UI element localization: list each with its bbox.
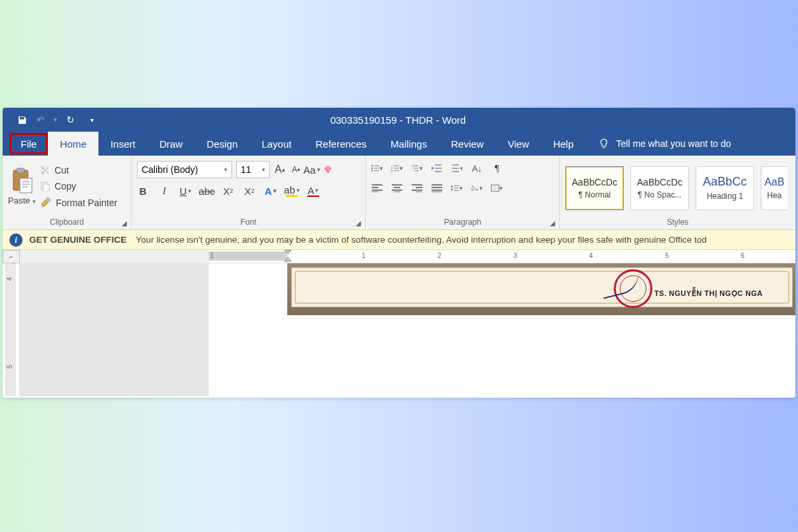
clipboard-paste-icon	[11, 168, 33, 194]
titlebar: ↶ ▾ ↻ ▾ 030335190159 - THDR - Word	[3, 108, 795, 132]
undo-icon[interactable]: ↶	[37, 114, 45, 125]
grow-font-icon[interactable]: A▴	[274, 164, 286, 176]
sort-icon[interactable]: A↓	[471, 162, 483, 174]
font-group-label: Font	[137, 215, 360, 229]
horizontal-ruler[interactable]: 1 1 2 3 4 5 6	[209, 250, 795, 263]
indent-markers-icon[interactable]	[284, 249, 292, 263]
style-heading-1[interactable]: AaBbCc Heading 1	[696, 166, 754, 210]
group-paragraph: ▾ 123▾ ▾ A↓ ¶ ▾ ▾ ▾ Para	[366, 156, 560, 229]
svg-text:3: 3	[391, 170, 393, 173]
save-icon[interactable]	[17, 115, 27, 125]
align-right-icon[interactable]	[411, 182, 423, 194]
vertical-ruler[interactable]: 4 5	[3, 263, 20, 396]
justify-icon[interactable]	[431, 182, 443, 194]
group-clipboard: Paste ▾ Cut Copy Format Painter	[3, 156, 132, 229]
paste-button[interactable]: Paste ▾	[8, 168, 36, 205]
shading-icon[interactable]: ▾	[471, 182, 483, 194]
font-size-combo[interactable]: 11▾	[236, 161, 270, 178]
underline-icon[interactable]: U▾	[180, 185, 192, 197]
embedded-image[interactable]: TS. NGUYỄN THỊ NGỌC NGA	[287, 263, 795, 315]
tell-me-search[interactable]: Tell me what you want to do	[598, 132, 732, 156]
tab-references[interactable]: References	[303, 132, 378, 156]
clipboard-dialog-launcher-icon[interactable]: ◢	[122, 219, 127, 227]
tab-home[interactable]: Home	[48, 132, 98, 156]
svg-rect-6	[43, 184, 49, 192]
format-painter-button[interactable]: Format Painter	[40, 197, 118, 209]
tab-mailings[interactable]: Mailings	[378, 132, 439, 156]
tab-layout[interactable]: Layout	[249, 132, 303, 156]
tab-review[interactable]: Review	[439, 132, 495, 156]
paragraph-group-label: Paragraph	[371, 215, 554, 229]
svg-point-8	[372, 168, 373, 169]
multilevel-list-icon[interactable]: ▾	[411, 162, 423, 174]
group-font: Calibri (Body)▾ 11▾ A▴ A▾ Aa▾ B I U▾	[132, 156, 366, 229]
cut-button[interactable]: Cut	[40, 165, 118, 176]
warning-body: Your license isn't genuine, and you may …	[136, 235, 707, 245]
ruler-row: ⌐ 1 1 2 3 4 5 6	[3, 250, 795, 263]
borders-icon[interactable]: ▾	[491, 182, 503, 194]
line-spacing-icon[interactable]: ▾	[451, 182, 463, 194]
clear-formatting-icon[interactable]	[322, 164, 334, 176]
document-area: 4 5 TS. NGUYỄN THỊ NGỌC NGA	[3, 263, 795, 396]
word-window: ↶ ▾ ↻ ▾ 030335190159 - THDR - Word File …	[3, 108, 795, 398]
copy-icon	[40, 181, 51, 192]
undo-dropdown-icon[interactable]: ▾	[54, 116, 57, 123]
svg-rect-2	[20, 178, 32, 193]
subscript-icon[interactable]: X2	[222, 185, 234, 197]
svg-point-9	[372, 170, 373, 172]
strikethrough-icon[interactable]: abc	[201, 185, 213, 197]
tab-selector[interactable]: ⌐	[3, 250, 20, 263]
bold-icon[interactable]: B	[137, 185, 149, 197]
repeat-icon[interactable]: ↻	[66, 114, 74, 125]
quick-access-toolbar: ↶ ▾ ↻ ▾	[3, 114, 94, 125]
font-name-combo[interactable]: Calibri (Body)▾	[137, 161, 232, 178]
scissors-icon	[40, 165, 51, 176]
shrink-font-icon[interactable]: A▾	[290, 164, 302, 176]
tab-view[interactable]: View	[495, 132, 541, 156]
font-dialog-launcher-icon[interactable]: ◢	[356, 219, 361, 227]
tab-draw[interactable]: Draw	[148, 132, 195, 156]
text-effects-icon[interactable]: A▾	[265, 185, 277, 197]
ribbon: Paste ▾ Cut Copy Format Painter	[3, 156, 795, 230]
show-paragraph-marks-icon[interactable]: ¶	[491, 162, 503, 174]
style-no-spacing[interactable]: AaBbCcDc ¶ No Spac...	[630, 166, 689, 210]
tab-help[interactable]: Help	[541, 132, 586, 156]
warning-title: GET GENUINE OFFICE	[29, 235, 126, 245]
paste-label: Paste ▾	[8, 196, 36, 205]
style-normal[interactable]: AaBbCcDc ¶ Normal	[565, 166, 624, 210]
tab-file[interactable]: File	[9, 133, 48, 154]
paragraph-dialog-launcher-icon[interactable]: ◢	[550, 219, 555, 227]
lightbulb-icon	[598, 138, 610, 150]
tell-me-label: Tell me what you want to do	[616, 138, 732, 149]
svg-point-7	[372, 165, 373, 166]
numbering-icon[interactable]: 123▾	[391, 162, 403, 174]
genuine-office-warning: i GET GENUINE OFFICE Your license isn't …	[3, 230, 795, 250]
copy-button[interactable]: Copy	[40, 181, 118, 192]
superscript-icon[interactable]: X2	[243, 185, 255, 197]
paintbrush-icon	[40, 197, 52, 209]
clipboard-group-label: Clipboard	[8, 215, 126, 229]
ribbon-tabs: File Home Insert Draw Design Layout Refe…	[3, 132, 795, 156]
change-case-icon[interactable]: Aa▾	[306, 164, 318, 176]
tab-insert[interactable]: Insert	[98, 132, 148, 156]
decrease-indent-icon[interactable]	[431, 162, 443, 174]
document-page[interactable]: TS. NGUYỄN THỊ NGỌC NGA	[209, 263, 795, 396]
highlight-icon[interactable]: ab▾	[286, 185, 298, 197]
style-heading-2[interactable]: AaB Hea	[761, 166, 787, 210]
align-center-icon[interactable]	[391, 182, 403, 194]
group-styles: AaBbCcDc ¶ Normal AaBbCcDc ¶ No Spac... …	[560, 156, 795, 229]
align-left-icon[interactable]	[371, 182, 383, 194]
info-icon: i	[9, 233, 23, 247]
svg-rect-1	[17, 168, 25, 173]
styles-group-label: Styles	[565, 215, 790, 229]
tab-design[interactable]: Design	[195, 132, 250, 156]
certificate-name: TS. NGUYỄN THỊ NGỌC NGA	[654, 289, 763, 298]
window-title: 030335190159 - THDR - Word	[94, 114, 795, 126]
increase-indent-icon[interactable]	[451, 162, 463, 174]
bullets-icon[interactable]: ▾	[371, 162, 383, 174]
font-color-icon[interactable]: A▾	[307, 185, 319, 197]
italic-icon[interactable]: I	[158, 185, 170, 197]
